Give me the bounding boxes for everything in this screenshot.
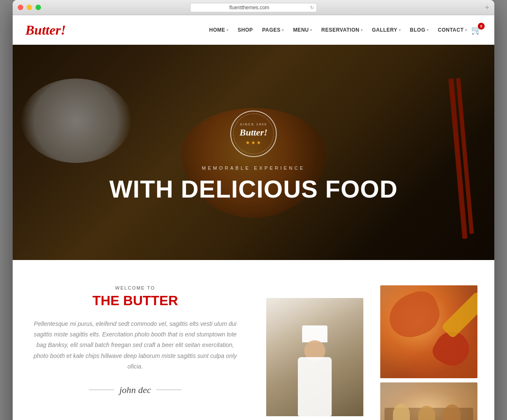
nav-link-menu[interactable]: MENU ▾ [293,27,312,33]
nav-label-contact: CONTACT [438,27,463,33]
nav-item-menu[interactable]: MENU ▾ [293,27,312,33]
signature-line-right [156,390,182,390]
hero-content: SINCE 1900 Butter! ★★★ MEMORABLE EXPERIE… [13,45,494,260]
hero-badge: SINCE 1900 Butter! ★★★ [230,111,277,157]
about-eyebrow: WELCOME TO [30,285,241,290]
badge-stars: ★★★ [245,140,262,146]
site-logo[interactable]: Butter! [25,22,66,38]
seafood-pepper [441,291,477,339]
badge-logo-text: Butter! [240,127,267,138]
chevron-down-icon: ▾ [399,28,401,32]
nav-item-reservation[interactable]: RESERVATION ▾ [321,27,363,33]
nav-link-contact[interactable]: CONTACT ▾ [438,27,467,33]
nav-label-reservation: RESERVATION [321,27,359,33]
badge-since-text: SINCE 1900 [240,122,267,126]
about-section: WELCOME TO THE BUTTER Pellentesque mi pu… [13,260,494,420]
url-text: fluentthemes.com [229,5,270,11]
chef-image [266,298,363,416]
maximize-button[interactable] [35,5,41,10]
seafood-image [380,285,477,378]
chevron-down-icon: ▾ [361,28,363,32]
nav-label-menu: MENU [293,27,309,33]
browser-window: fluentthemes.com ↻ + Butter! HOME ▾ [13,0,494,420]
dessert-item-1 [393,404,410,420]
nav-link-pages[interactable]: PAGES ▾ [262,27,284,33]
signature-text: john dec [119,385,151,396]
hero-subtitle: MEMORABLE EXPERIENCE [202,165,305,171]
nav-item-pages[interactable]: PAGES ▾ [262,27,284,33]
chef-figure [281,323,349,416]
minimize-button[interactable] [27,5,32,10]
seafood-lobster [383,286,445,343]
about-images [266,285,477,420]
nav-label-home: HOME [209,27,225,33]
nav-link-shop[interactable]: SHOP [237,27,253,33]
about-heading: THE BUTTER [30,293,241,309]
nav-item-blog[interactable]: BLOG ▾ [410,27,428,33]
chevron-down-icon: ▾ [282,28,284,32]
add-tab-button[interactable]: + [485,3,489,12]
chef-body [298,357,332,416]
nav-label-gallery: GALLERY [372,27,397,33]
nav-label-shop: SHOP [237,27,253,33]
refresh-icon[interactable]: ↻ [310,5,314,10]
hero-section: SINCE 1900 Butter! ★★★ MEMORABLE EXPERIE… [13,45,494,260]
nav-label-blog: BLOG [410,27,425,33]
dessert-item-3 [444,404,461,420]
address-bar: fluentthemes.com ↻ [190,3,317,12]
title-bar: fluentthemes.com ↻ + [13,0,494,15]
nav-link-blog[interactable]: BLOG ▾ [410,27,428,33]
nav-item-contact[interactable]: CONTACT ▾ [438,27,467,33]
navbar: Butter! HOME ▾ SHOP PAGES [13,15,494,45]
about-signature: john dec [30,385,241,396]
chevron-down-icon: ▾ [427,28,429,32]
nav-links: HOME ▾ SHOP PAGES ▾ [209,27,467,33]
logo-text: Butter! [25,22,66,38]
nav-link-home[interactable]: HOME ▾ [209,27,229,33]
chevron-down-icon: ▾ [310,28,312,32]
window-controls [18,5,41,10]
nav-item-gallery[interactable]: GALLERY ▾ [372,27,401,33]
chevron-down-icon: ▾ [226,28,229,32]
chevron-down-icon: ▾ [465,28,467,32]
about-description: Pellentesque mi purus, eleifend sedt com… [30,319,241,372]
cart-button[interactable]: 🛒 0 [471,25,482,35]
nav-item-home[interactable]: HOME ▾ [209,27,229,33]
site-content: Butter! HOME ▾ SHOP PAGES [13,15,494,420]
nav-label-pages: PAGES [262,27,281,33]
cart-badge: 0 [478,23,485,30]
nav-item-shop[interactable]: SHOP [237,27,253,33]
close-button[interactable] [18,5,23,10]
nav-link-gallery[interactable]: GALLERY ▾ [372,27,401,33]
nav-link-reservation[interactable]: RESERVATION ▾ [321,27,363,33]
chef-hat [302,325,327,342]
dessert-image [380,382,477,420]
url-display[interactable]: fluentthemes.com ↻ [190,3,317,12]
about-text: WELCOME TO THE BUTTER Pellentesque mi pu… [30,285,249,396]
signature-line-left [89,390,114,390]
hero-title: WITH DELICIOUS FOOD [109,176,398,203]
